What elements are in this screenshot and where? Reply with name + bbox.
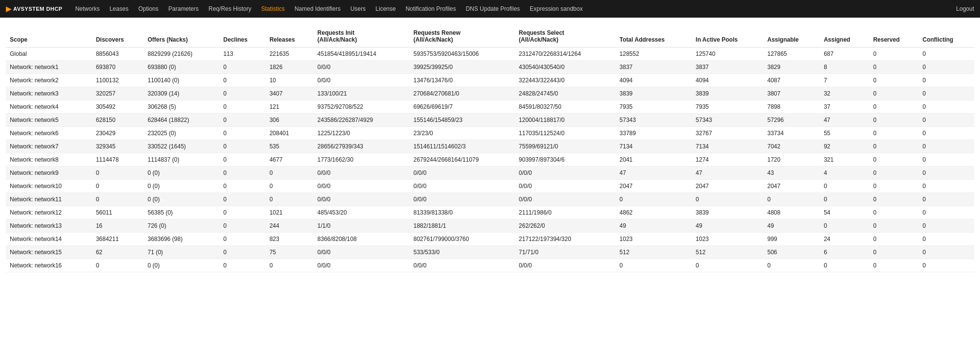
nav-notification-profiles[interactable]: Notification Profiles (401, 0, 461, 18)
nav-dns-update-profiles[interactable]: DNS Update Profiles (461, 0, 525, 18)
cell-total_addresses: 3837 (615, 61, 691, 74)
nav-reqres[interactable]: Req/Res History (204, 0, 256, 18)
cell-conflicting: 0 (919, 193, 974, 206)
cell-assignable: 0 (763, 193, 820, 206)
cell-discovers: 0 (92, 167, 144, 180)
cell-offers: 693880 (0) (144, 61, 220, 74)
table-row: Network: network1693870693880 (0)018260/… (6, 61, 974, 74)
cell-requests_init: 0/0/0 (314, 74, 410, 87)
cell-releases: 75 (266, 246, 314, 259)
cell-requests_renew: 802761/799000/3760 (410, 233, 515, 246)
cell-requests_select: 0/0/0 (515, 180, 616, 193)
cell-offers: 71 (0) (144, 246, 220, 259)
cell-total_addresses: 3839 (615, 87, 691, 100)
cell-assignable: 127865 (763, 48, 820, 61)
nav-parameters[interactable]: Parameters (164, 0, 204, 18)
cell-declines: 0 (220, 167, 266, 180)
cell-reserved: 0 (869, 48, 919, 61)
cell-in_active_pools: 4094 (692, 74, 763, 87)
cell-discovers: 0 (92, 259, 144, 272)
cell-requests_select: 430540/430540/0 (515, 61, 616, 74)
cell-assigned: 6 (820, 246, 869, 259)
cell-reserved: 0 (869, 233, 919, 246)
nav-users[interactable]: Users (345, 0, 370, 18)
cell-assigned: 0 (820, 259, 869, 272)
cell-conflicting: 0 (919, 61, 974, 74)
cell-requests_init: 485/453/20 (314, 206, 410, 219)
cell-scope: Network: network14 (6, 233, 92, 246)
cell-in_active_pools: 3839 (692, 206, 763, 219)
cell-assigned: 0 (820, 193, 869, 206)
cell-offers: 3683696 (98) (144, 233, 220, 246)
cell-in_active_pools: 2047 (692, 180, 763, 193)
table-row: Network: network156271 (0)0750/0/0533/53… (6, 246, 974, 259)
cell-in_active_pools: 512 (692, 246, 763, 259)
cell-in_active_pools: 47 (692, 167, 763, 180)
cell-declines: 0 (220, 219, 266, 233)
cell-requests_init: 451854/418951/19414 (314, 48, 410, 61)
nav-expression-sandbox[interactable]: Expression sandbox (525, 0, 588, 18)
cell-requests_select: 2111/1986/0 (515, 206, 616, 219)
cell-requests_init: 243586/226287/4929 (314, 114, 410, 127)
cell-requests_renew: 270684/270681/0 (410, 87, 515, 100)
nav-options[interactable]: Options (133, 0, 163, 18)
cell-assignable: 506 (763, 246, 820, 259)
col-assigned: Assigned (820, 25, 869, 48)
cell-scope: Network: network13 (6, 219, 92, 233)
nav-statistics[interactable]: Statistics (256, 0, 290, 18)
cell-assignable: 4087 (763, 74, 820, 87)
cell-scope: Network: network10 (6, 180, 92, 193)
cell-assigned: 4 (820, 167, 869, 180)
cell-total_addresses: 7935 (615, 100, 691, 114)
cell-discovers: 1100132 (92, 74, 144, 87)
table-row: Network: network6230429232025 (0)0208401… (6, 127, 974, 140)
cell-scope: Network: network9 (6, 167, 92, 180)
col-offers: Offers (Nacks) (144, 25, 220, 48)
cell-requests_init: 1225/1223/0 (314, 127, 410, 140)
nav-items: Networks Leases Options Parameters Req/R… (70, 0, 956, 18)
cell-releases: 0 (266, 180, 314, 193)
cell-offers: 628464 (18822) (144, 114, 220, 127)
cell-assignable: 3829 (763, 61, 820, 74)
cell-in_active_pools: 49 (692, 219, 763, 233)
cell-total_addresses: 2041 (615, 153, 691, 167)
cell-assignable: 0 (763, 259, 820, 272)
nav-leases[interactable]: Leases (104, 0, 133, 18)
table-row: Global88560438829299 (21626)113221635451… (6, 48, 974, 61)
cell-declines: 0 (220, 87, 266, 100)
cell-declines: 0 (220, 140, 266, 153)
col-assignable: Assignable (763, 25, 820, 48)
cell-discovers: 62 (92, 246, 144, 259)
table-row: Network: network3320257320309 (14)034071… (6, 87, 974, 100)
cell-assigned: 0 (820, 219, 869, 233)
cell-discovers: 16 (92, 219, 144, 233)
cell-assigned: 55 (820, 127, 869, 140)
table-row: Network: network4305492306268 (5)0121937… (6, 100, 974, 114)
cell-requests_init: 0/0/0 (314, 180, 410, 193)
cell-in_active_pools: 57343 (692, 114, 763, 127)
cell-in_active_pools: 7134 (692, 140, 763, 153)
cell-scope: Network: network5 (6, 114, 92, 127)
cell-total_addresses: 47 (615, 167, 691, 180)
cell-requests_select: 71/71/0 (515, 246, 616, 259)
col-in-active-pools: In Active Pools (692, 25, 763, 48)
cell-discovers: 0 (92, 193, 144, 206)
cell-declines: 0 (220, 193, 266, 206)
cell-offers: 0 (0) (144, 259, 220, 272)
cell-requests_init: 0/0/0 (314, 167, 410, 180)
cell-offers: 306268 (5) (144, 100, 220, 114)
cell-offers: 0 (0) (144, 167, 220, 180)
logout-button[interactable]: Logout (956, 5, 974, 12)
header-row: Scope Discovers Offers (Nacks) Declines … (6, 25, 974, 48)
logo-text: AVSYSTEM DHCP (13, 6, 62, 12)
cell-releases: 0 (266, 167, 314, 180)
table-row: Network: network900 (0)000/0/00/0/00/0/0… (6, 167, 974, 180)
cell-releases: 3407 (266, 87, 314, 100)
nav-networks[interactable]: Networks (70, 0, 104, 18)
nav-license[interactable]: License (370, 0, 400, 18)
nav-named-identifiers[interactable]: Named Identifiers (290, 0, 345, 18)
col-reserved: Reserved (869, 25, 919, 48)
col-requests-select: Requests Select(All/Ack/Nack) (515, 25, 616, 48)
cell-reserved: 0 (869, 100, 919, 114)
table-row: Network: network1600 (0)000/0/00/0/00/0/… (6, 259, 974, 272)
